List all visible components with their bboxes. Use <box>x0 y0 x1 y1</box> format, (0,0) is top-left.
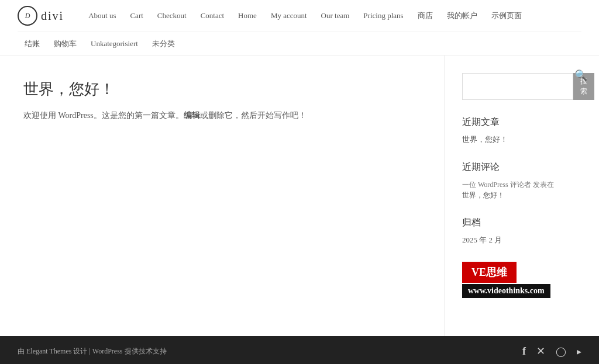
recent-posts-heading: 近期文章 <box>462 116 579 129</box>
nav-item-our-team[interactable]: Our team <box>314 11 357 20</box>
logo-d: D <box>25 12 30 20</box>
nav-item-checkout[interactable]: Checkout <box>150 11 194 20</box>
archives-section: 归档 2025 年 2 月 <box>462 217 579 245</box>
archives-heading: 归档 <box>462 217 579 229</box>
instagram-icon[interactable]: ◯ <box>556 346 566 357</box>
nav-item-shop[interactable]: 商店 <box>411 11 440 21</box>
nav-item-my-account[interactable]: My account <box>264 11 314 20</box>
logo-brand: divi <box>41 9 64 23</box>
nav-item-my-account-cn[interactable]: 我的帐户 <box>440 11 484 21</box>
nav-sub-checkout-cn[interactable]: 结账 <box>18 39 47 49</box>
site-footer: 由 Elegant Themes 设计 | WordPress 提供技术支持 f… <box>0 336 599 364</box>
nav-item-home[interactable]: Home <box>231 11 264 20</box>
sidebar: 搜索 近期文章 世界，您好！ 近期评论 一位 WordPress 评论者 发表在… <box>445 56 597 336</box>
footer-text: 由 Elegant Themes 设计 | WordPress 提供技术支持 <box>18 346 167 356</box>
recent-comment-link[interactable]: 世界，您好！ <box>462 190 579 200</box>
twitter-x-icon[interactable]: ✕ <box>536 345 545 358</box>
post-body: 欢迎使用 WordPress。这是您的第一篇文章。编辑或删除它，然后开始写作吧！ <box>23 109 421 123</box>
header-top: D divi About us Cart Checkout Contact Ho… <box>18 0 581 32</box>
watermark-url: www.videothinks.com <box>462 284 550 298</box>
search-icon[interactable]: 🔍 <box>574 69 587 82</box>
logo-circle: D <box>18 6 37 26</box>
main-container: 世界，您好！ 欢迎使用 WordPress。这是您的第一篇文章。编辑或删除它，然… <box>0 56 599 336</box>
site-header: D divi About us Cart Checkout Contact Ho… <box>0 0 599 56</box>
header-bottom: 结账 购物车 Unkategorisiert 未分类 <box>18 32 581 55</box>
recent-comment-prefix: 一位 WordPress 评论者 发表在 <box>462 181 554 189</box>
recent-comment-text: 一位 WordPress 评论者 发表在 世界，您好！ <box>462 181 579 200</box>
nav-item-pricing-plans[interactable]: Pricing plans <box>356 11 410 20</box>
footer-credit: 由 Elegant Themes 设计 | WordPress 提供技术支持 <box>18 347 167 355</box>
recent-post-link[interactable]: 世界，您好！ <box>462 134 579 145</box>
sub-navigation: 结账 购物车 Unkategorisiert 未分类 <box>18 39 182 49</box>
nav-sub-cart-cn[interactable]: 购物车 <box>47 39 84 49</box>
post-edit-link[interactable]: 编辑 <box>184 111 200 120</box>
facebook-icon[interactable]: f <box>522 345 526 358</box>
nav-item-contact[interactable]: Contact <box>194 11 231 20</box>
rss-icon[interactable]: ▸ <box>577 346 581 357</box>
top-navigation: About us Cart Checkout Contact Home My a… <box>81 11 581 21</box>
post-body-suffix: 或删除它，然后开始写作吧！ <box>200 111 307 120</box>
nav-sub-uncategorized[interactable]: Unkategorisiert <box>84 39 145 48</box>
footer-social-icons: f ✕ ◯ ▸ <box>522 345 581 358</box>
recent-posts-section: 近期文章 世界，您好！ <box>462 116 579 145</box>
recent-comments-heading: 近期评论 <box>462 161 579 174</box>
recent-comments-section: 近期评论 一位 WordPress 评论者 发表在 世界，您好！ <box>462 161 579 200</box>
watermark-brand: VE思维 <box>462 262 517 283</box>
search-input[interactable] <box>462 73 573 100</box>
nav-sub-uncategorized-cn[interactable]: 未分类 <box>145 39 182 49</box>
nav-item-sample-page[interactable]: 示例页面 <box>484 11 529 21</box>
nav-item-about-us[interactable]: About us <box>81 11 123 20</box>
archives-link[interactable]: 2025 年 2 月 <box>462 235 579 245</box>
post-title: 世界，您好！ <box>23 79 421 99</box>
watermark-banner: VE思维 www.videothinks.com <box>462 262 579 298</box>
post-body-text: 欢迎使用 WordPress。这是您的第一篇文章。 <box>23 111 184 120</box>
search-bar: 搜索 <box>462 73 579 100</box>
site-logo[interactable]: D divi <box>18 6 64 26</box>
nav-item-cart[interactable]: Cart <box>123 11 150 20</box>
content-area: 世界，您好！ 欢迎使用 WordPress。这是您的第一篇文章。编辑或删除它，然… <box>0 56 445 336</box>
